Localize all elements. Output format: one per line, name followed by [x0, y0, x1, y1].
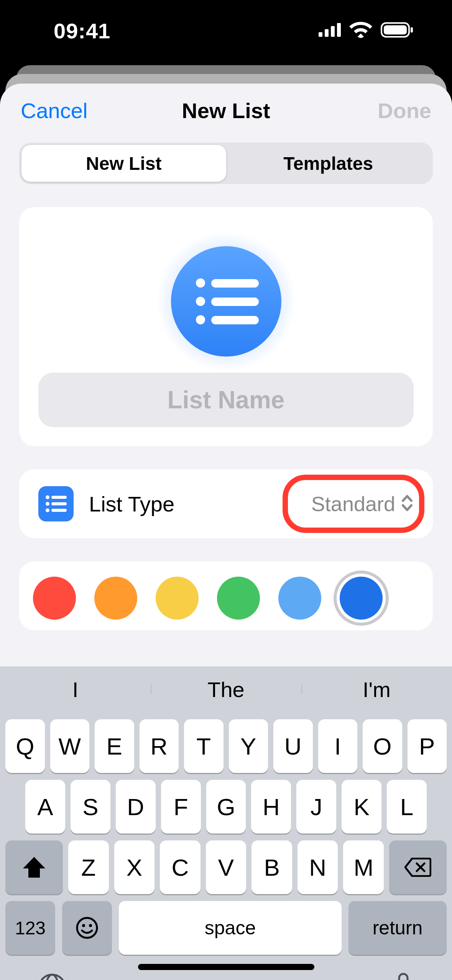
svg-rect-1 [325, 29, 329, 37]
list-icon[interactable] [171, 246, 281, 357]
svg-point-15 [46, 502, 49, 506]
key-s[interactable]: S [71, 780, 110, 834]
key-b[interactable]: B [251, 840, 292, 894]
color-swatch[interactable] [217, 577, 260, 620]
svg-rect-10 [211, 298, 259, 306]
svg-rect-14 [51, 496, 67, 499]
svg-point-20 [82, 924, 85, 927]
svg-point-17 [46, 508, 49, 512]
key-k[interactable]: K [342, 780, 381, 834]
done-button[interactable]: Done [378, 98, 431, 123]
color-swatch[interactable] [278, 577, 321, 620]
shift-key[interactable] [5, 840, 63, 894]
new-list-sheet: Cancel New List Done New List Templates … [0, 84, 452, 980]
status-time: 09:41 [54, 18, 110, 43]
color-picker-row [19, 561, 433, 630]
key-u[interactable]: U [273, 719, 313, 773]
keyboard-suggestions: ITheI'm [0, 666, 452, 712]
key-z[interactable]: Z [68, 840, 109, 894]
svg-rect-6 [411, 27, 413, 33]
svg-rect-5 [384, 25, 407, 35]
sheet-title: New List [182, 98, 270, 123]
key-d[interactable]: D [116, 780, 156, 834]
software-keyboard: ITheI'm QWERTYUIOP ASDFGHJKL ZXCVBNM 123… [0, 666, 452, 980]
wifi-icon [349, 22, 372, 39]
chevron-updown-icon [401, 494, 414, 514]
globe-icon[interactable] [37, 972, 67, 980]
battery-icon [381, 22, 414, 39]
home-indicator[interactable] [138, 964, 314, 970]
svg-rect-16 [51, 502, 67, 505]
svg-rect-18 [51, 509, 67, 512]
emoji-key[interactable] [62, 901, 112, 955]
tab-templates[interactable]: Templates [226, 145, 431, 182]
svg-rect-12 [211, 316, 259, 324]
key-o[interactable]: O [363, 719, 402, 773]
numbers-key[interactable]: 123 [5, 901, 55, 955]
keyboard-suggestion[interactable]: I [0, 677, 151, 702]
space-key[interactable]: space [119, 901, 342, 955]
list-type-icon [38, 486, 74, 521]
color-swatch[interactable] [156, 577, 199, 620]
microphone-icon[interactable] [391, 972, 415, 980]
color-swatch[interactable] [33, 577, 76, 620]
svg-rect-0 [319, 32, 322, 37]
svg-point-21 [89, 924, 92, 927]
cancel-button[interactable]: Cancel [21, 98, 87, 123]
color-swatch[interactable] [94, 577, 137, 620]
svg-rect-25 [399, 974, 408, 980]
key-a[interactable]: A [25, 780, 65, 834]
tab-new-list[interactable]: New List [21, 145, 226, 182]
key-j[interactable]: J [296, 780, 336, 834]
sheet-header: Cancel New List Done [0, 84, 452, 137]
list-mode-segmented[interactable]: New List Templates [19, 143, 433, 184]
svg-point-13 [46, 495, 49, 499]
key-m[interactable]: M [343, 840, 384, 894]
list-type-picker[interactable]: Standard [311, 492, 414, 516]
svg-point-11 [196, 315, 205, 324]
list-type-value: Standard [311, 492, 395, 516]
key-p[interactable]: P [408, 719, 447, 773]
list-type-row[interactable]: List Type Standard [19, 469, 433, 538]
key-q[interactable]: Q [5, 719, 45, 773]
keyboard-suggestion[interactable]: I'm [301, 677, 452, 702]
svg-point-7 [196, 278, 205, 288]
svg-point-19 [77, 918, 97, 938]
key-r[interactable]: R [140, 719, 179, 773]
backspace-key[interactable] [389, 840, 447, 894]
svg-rect-2 [331, 26, 335, 37]
key-g[interactable]: G [206, 780, 246, 834]
key-t[interactable]: T [184, 719, 224, 773]
list-type-label: List Type [89, 492, 311, 516]
status-bar: 09:41 [0, 0, 452, 61]
color-swatch[interactable] [340, 577, 383, 620]
key-h[interactable]: H [251, 780, 291, 834]
svg-rect-8 [211, 279, 259, 288]
svg-rect-3 [337, 23, 341, 37]
svg-point-9 [196, 297, 205, 306]
key-w[interactable]: W [50, 719, 90, 773]
keyboard-suggestion[interactable]: The [151, 677, 301, 702]
key-n[interactable]: N [297, 840, 338, 894]
icon-glow [146, 230, 307, 373]
key-l[interactable]: L [387, 780, 427, 834]
key-e[interactable]: E [95, 719, 134, 773]
key-c[interactable]: C [160, 840, 201, 894]
key-x[interactable]: X [114, 840, 155, 894]
cellular-icon [319, 23, 341, 38]
key-i[interactable]: I [318, 719, 358, 773]
return-key[interactable]: return [348, 901, 447, 955]
key-y[interactable]: Y [229, 719, 268, 773]
icon-preview-card [19, 207, 433, 446]
list-name-input[interactable] [38, 373, 414, 427]
key-f[interactable]: F [161, 780, 201, 834]
key-v[interactable]: V [206, 840, 247, 894]
